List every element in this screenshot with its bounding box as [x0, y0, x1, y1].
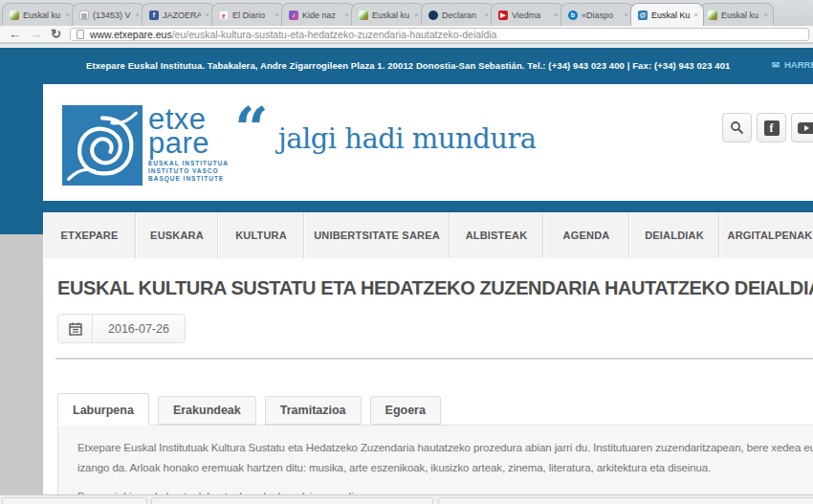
browser-tab[interactable]: Declaran × [421, 3, 494, 26]
page-icon [77, 30, 84, 39]
tab-close-icon[interactable]: × [205, 11, 209, 19]
browser-tab[interactable]: ▶ Viedma × [491, 3, 564, 26]
facebook-button[interactable]: f [757, 113, 786, 142]
browser-tab[interactable]: f JAZOERA × [142, 3, 215, 26]
quote-icon: “ [234, 101, 269, 157]
nav-item-etxepare[interactable]: ETXEPARE [43, 212, 136, 258]
publish-date: 2016-07-26 [93, 322, 185, 336]
logo-subtitle-en: BASQUE INSTITUTE [148, 175, 229, 183]
tab-title: Declaran [442, 11, 480, 20]
body-paragraph: Etxepare Euskal Institutuak Kultura Sust… [77, 438, 813, 478]
tagline-block: “ jalgi hadi mundura [234, 101, 537, 157]
tab-close-icon[interactable]: × [135, 11, 140, 19]
taskbar-button[interactable] [151, 497, 433, 504]
tab-close-icon[interactable]: × [65, 11, 70, 19]
browser-tab[interactable]: Euskal ku × [700, 3, 774, 26]
tab-close-icon[interactable]: × [624, 11, 628, 19]
browser-tab-strip: Euskal ku × ▤ (13453) V × f JAZOERA × e … [0, 0, 813, 26]
tab-erakundeak[interactable]: Erakundeak [158, 396, 256, 425]
basque-news-favicon [359, 11, 368, 20]
tab-title: Kide naz [302, 11, 341, 20]
tab-title: JAZOERA [163, 11, 201, 20]
nav-item-unibertsitate-sarea[interactable]: UNIBERTSITATE SAREA [304, 212, 450, 258]
youtube-icon [798, 122, 813, 134]
tab-close-icon[interactable]: × [414, 11, 419, 19]
tab-close-icon[interactable]: × [275, 11, 279, 19]
document-favicon: ▤ [79, 11, 89, 20]
music-app-favicon: ♪ [289, 11, 298, 20]
envelope-icon: ✉ [772, 59, 780, 70]
tab-title: «Diaspo [582, 11, 620, 20]
logo-subtitle-es: INSTITUTO VASCO [148, 167, 229, 175]
back-button[interactable]: ← [9, 28, 21, 40]
url-path: /eu/euskal-kultura-sustatu-eta-hedatzeko… [172, 29, 497, 40]
tab-title: Euskal ku [372, 11, 410, 20]
youtube-favicon: ▶ [498, 11, 508, 20]
taskbar-button[interactable] [438, 497, 813, 504]
logo-wordmark: etxe pare EUSKAL INSTITUTUA INSTITUTO VA… [148, 105, 229, 186]
contact-link[interactable]: ✉ HARREMANETARAKO [772, 59, 813, 70]
main-navigation: ETXEPAREEUSKARAKULTURAUNIBERTSITATE SARE… [43, 212, 813, 258]
date-chip: 2016-07-26 [57, 314, 186, 343]
divider [55, 358, 813, 360]
contact-link-label: HARREMANETARAKO [784, 59, 813, 70]
browser-tab[interactable]: ♪ Kide naz × [281, 3, 355, 26]
nav-item-euskara[interactable]: EUSKARA [136, 212, 218, 258]
tab-tramitazioa[interactable]: Tramitazioa [265, 396, 362, 425]
dark-globe-favicon [428, 11, 438, 20]
search-button[interactable] [722, 113, 752, 142]
tab-egoera[interactable]: Egoera [370, 396, 441, 425]
header-buttons: f [722, 113, 813, 142]
tab-laburpena[interactable]: Laburpena [57, 393, 149, 426]
etxepare-logo[interactable]: etxe pare EUSKAL INSTITUTUA INSTITUTO VA… [62, 105, 229, 186]
search-icon [730, 121, 744, 135]
calendar-icon [69, 322, 82, 336]
basque-news-favicon [10, 11, 19, 20]
taskbar-button[interactable] [2, 497, 147, 504]
el-diario-favicon: e [219, 11, 229, 20]
etxepare-spiral-icon [62, 105, 143, 186]
tab-title: Euskal ku [23, 11, 61, 20]
address-bar[interactable]: www.etxepare.eus/eu/euskal-kultura-susta… [70, 28, 809, 41]
reload-button[interactable]: ↻ [51, 28, 61, 40]
browser-tab[interactable]: ▤ (13453) V × [72, 3, 145, 26]
browser-tab[interactable]: e El Diario × [211, 3, 285, 26]
tab-close-icon[interactable]: × [693, 11, 698, 19]
url-text: www.etxepare.eus/eu/euskal-kultura-susta… [90, 29, 497, 40]
tab-close-icon[interactable]: × [554, 11, 559, 19]
page-content: EUSKAL KULTURA SUSTATU ETA HEDATZEKO ZUZ… [43, 258, 813, 504]
logo-word-2: pare [148, 131, 229, 155]
body-text-line: izango da. Arloak honako eremuak hartzen… [77, 458, 813, 478]
tab-title: (13453) V [93, 11, 131, 20]
browser-tab[interactable]: Euskal ku × [2, 3, 76, 26]
youtube-button[interactable] [791, 113, 813, 142]
tab-close-icon[interactable]: × [484, 11, 489, 19]
browser-toolbar: ← → ↻ www.etxepare.eus/eu/euskal-kultura… [0, 26, 813, 43]
browser-tab[interactable]: Euskal ku × [351, 3, 425, 26]
body-text-line: Etxepare Euskal Institutuak Kultura Sust… [77, 438, 813, 458]
tab-title: Euskal ku [721, 11, 759, 20]
browser-tab[interactable]: @ Euskal Ku × [630, 3, 704, 26]
forward-button[interactable]: → [30, 28, 42, 40]
site-top-bar: Etxepare Euskal Institutua. Tabakalera, … [43, 48, 813, 84]
url-domain: www.etxepare.eus [90, 29, 172, 40]
tab-title: El Diario [232, 11, 271, 20]
b-badge-favicon: b [568, 11, 578, 20]
nav-item-argitalpenak[interactable]: ARGITALPENAK [719, 212, 813, 258]
nav-item-agenda[interactable]: AGENDA [543, 212, 629, 258]
nav-item-deialdiak[interactable]: DEIALDIAK [629, 212, 719, 258]
nav-item-albisteak[interactable]: ALBISTEAK [450, 212, 543, 258]
tab-close-icon[interactable]: × [763, 11, 768, 19]
tab-panel: Etxepare Euskal Institutuak Kultura Sust… [57, 425, 813, 504]
basque-news-favicon [708, 11, 717, 20]
tab-title: Viedma [512, 11, 550, 20]
taskbar-edge [0, 494, 813, 504]
tab-title: Euskal Ku [651, 11, 690, 20]
site-header: etxe pare EUSKAL INSTITUTUA INSTITUTO VA… [43, 84, 813, 201]
site-tagline: jalgi hadi mundura [278, 122, 537, 157]
browser-tab[interactable]: b «Diaspo × [560, 3, 634, 26]
facebook-icon: f [764, 121, 780, 136]
nav-item-kultura[interactable]: KULTURA [218, 212, 304, 258]
tab-close-icon[interactable]: × [344, 11, 349, 19]
content-tabs: LaburpenaErakundeakTramitazioaEgoera [57, 393, 813, 425]
